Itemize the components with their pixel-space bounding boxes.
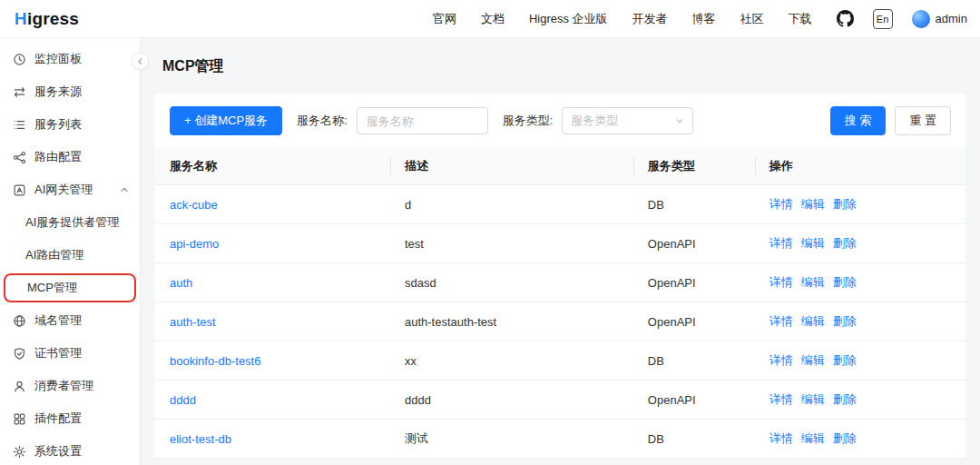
topnav-link[interactable]: 官网 bbox=[433, 11, 456, 27]
table-row: api-demo test OpenAPI 详情编辑删除 bbox=[155, 224, 965, 263]
service-name-link[interactable]: bookinfo-db-test6 bbox=[170, 354, 260, 368]
table-row: eliot-test-db 测试 DB 详情编辑删除 bbox=[155, 420, 965, 459]
row-actions: 详情编辑删除 bbox=[755, 185, 965, 224]
service-name-link[interactable]: dddd bbox=[170, 393, 196, 407]
sidebar-collapse-button[interactable] bbox=[132, 53, 149, 70]
service-name-input[interactable] bbox=[357, 107, 488, 134]
row-action-delete-link[interactable]: 删除 bbox=[833, 197, 857, 211]
service-name-label: 服务名称: bbox=[297, 113, 348, 129]
mcp-service-table: 服务名称描述服务类型操作 ack-cube d DB 详情编辑删除 api-de… bbox=[155, 148, 965, 459]
row-actions: 详情编辑删除 bbox=[755, 302, 965, 341]
github-icon[interactable] bbox=[837, 10, 854, 27]
sidebar-item-settings[interactable]: 系统设置 bbox=[0, 435, 140, 465]
topnav-link[interactable]: 下载 bbox=[789, 11, 812, 27]
sidebar-item-service-source[interactable]: 服务来源 bbox=[0, 75, 140, 108]
row-action-detail-link[interactable]: 详情 bbox=[769, 236, 793, 250]
sidebar-item-service-list[interactable]: 服务列表 bbox=[0, 108, 140, 141]
language-toggle[interactable]: En bbox=[873, 9, 893, 29]
topnav-link[interactable]: 开发者 bbox=[632, 11, 668, 27]
row-action-delete-link[interactable]: 删除 bbox=[833, 392, 857, 406]
row-action-edit-link[interactable]: 编辑 bbox=[801, 197, 825, 211]
row-action-detail-link[interactable]: 详情 bbox=[769, 275, 793, 289]
table-column-header: 操作 bbox=[755, 148, 965, 185]
create-mcp-button[interactable]: + 创建MCP服务 bbox=[170, 106, 282, 135]
row-action-delete-link[interactable]: 删除 bbox=[833, 353, 857, 367]
consumer-icon bbox=[13, 380, 26, 393]
service-type: DB bbox=[633, 185, 755, 224]
table-row: auth sdasd OpenAPI 详情编辑删除 bbox=[155, 263, 965, 302]
table-row: auth-test auth-testauth-test OpenAPI 详情编… bbox=[155, 302, 965, 341]
row-action-detail-link[interactable]: 详情 bbox=[769, 353, 793, 367]
sidebar-item-domain[interactable]: 域名管理 bbox=[0, 304, 140, 337]
dashboard-icon bbox=[13, 53, 26, 66]
app-layout: 监控面板 服务来源 服务列表 路由配置 AI网关管理 AI服务提供者管理 AI路… bbox=[0, 38, 980, 465]
search-button[interactable]: 搜 索 bbox=[830, 106, 887, 135]
reset-button[interactable]: 重 置 bbox=[895, 106, 951, 135]
sidebar-item-dashboard[interactable]: 监控面板 bbox=[0, 43, 140, 75]
table-header-row: 服务名称描述服务类型操作 bbox=[155, 148, 965, 185]
row-action-delete-link[interactable]: 删除 bbox=[833, 275, 857, 289]
service-name-link[interactable]: auth-test bbox=[170, 315, 216, 329]
sidebar-item-ai-gateway[interactable]: AI网关管理 bbox=[0, 173, 140, 206]
row-action-detail-link[interactable]: 详情 bbox=[769, 197, 793, 211]
service-description: xx bbox=[390, 341, 633, 381]
row-action-delete-link[interactable]: 删除 bbox=[833, 431, 857, 445]
service-description: auth-testauth-test bbox=[390, 302, 633, 341]
topnav-links: 官网文档Higress 企业版开发者博客社区下载 bbox=[433, 11, 812, 27]
sidebar-subitem-label: MCP管理 bbox=[27, 280, 77, 296]
chevron-up-icon bbox=[120, 185, 129, 194]
service-type-select[interactable]: 服务类型 bbox=[562, 107, 693, 134]
topnav-link[interactable]: Higress 企业版 bbox=[529, 11, 608, 27]
topnav-link[interactable]: 文档 bbox=[481, 11, 505, 27]
row-action-detail-link[interactable]: 详情 bbox=[769, 392, 793, 406]
row-action-edit-link[interactable]: 编辑 bbox=[801, 236, 825, 250]
service-name-link[interactable]: api-demo bbox=[170, 237, 219, 251]
main-content: MCP管理 + 创建MCP服务 服务名称: 服务类型: 服务类型 搜 索 重 置… bbox=[141, 38, 980, 465]
table-body: ack-cube d DB 详情编辑删除 api-demo test OpenA… bbox=[155, 185, 965, 459]
service-type: OpenAPI bbox=[633, 263, 755, 302]
cert-icon bbox=[13, 347, 26, 361]
row-action-delete-link[interactable]: 删除 bbox=[833, 314, 857, 328]
user-menu[interactable]: admin bbox=[912, 10, 967, 28]
route-icon bbox=[13, 151, 26, 164]
sidebar-item-route-config[interactable]: 路由配置 bbox=[0, 141, 140, 173]
service-type: OpenAPI bbox=[633, 381, 755, 420]
row-action-edit-link[interactable]: 编辑 bbox=[801, 353, 825, 367]
content-card: + 创建MCP服务 服务名称: 服务类型: 服务类型 搜 索 重 置 服务名称描… bbox=[155, 94, 965, 459]
sidebar-item-cert[interactable]: 证书管理 bbox=[0, 337, 140, 370]
row-action-edit-link[interactable]: 编辑 bbox=[801, 431, 825, 445]
sidebar-subitem-ai-provider[interactable]: AI服务提供者管理 bbox=[0, 206, 140, 239]
sidebar-subitem-ai-route[interactable]: AI路由管理 bbox=[0, 239, 140, 272]
row-action-edit-link[interactable]: 编辑 bbox=[801, 392, 825, 406]
row-action-edit-link[interactable]: 编辑 bbox=[801, 275, 825, 289]
avatar[interactable] bbox=[912, 10, 930, 28]
row-action-detail-link[interactable]: 详情 bbox=[769, 431, 793, 445]
row-action-edit-link[interactable]: 编辑 bbox=[801, 314, 825, 328]
service-description: sdasd bbox=[390, 263, 633, 302]
row-action-delete-link[interactable]: 删除 bbox=[833, 236, 857, 250]
sidebar-item-plugin[interactable]: 插件配置 bbox=[0, 402, 140, 435]
service-type: DB bbox=[633, 341, 755, 381]
table-column-header: 描述 bbox=[390, 148, 633, 185]
service-name-link[interactable]: eliot-test-db bbox=[170, 432, 231, 446]
sidebar-item-consumer[interactable]: 消费者管理 bbox=[0, 370, 140, 402]
service-type: OpenAPI bbox=[633, 302, 755, 341]
row-action-detail-link[interactable]: 详情 bbox=[769, 314, 793, 328]
topnav-link[interactable]: 社区 bbox=[740, 11, 764, 27]
service-type-placeholder: 服务类型 bbox=[571, 113, 618, 129]
sidebar-item-label: 消费者管理 bbox=[34, 378, 93, 394]
logo-text: igress bbox=[27, 9, 79, 28]
service-name-link[interactable]: auth bbox=[170, 276, 192, 290]
service-name-link[interactable]: ack-cube bbox=[170, 198, 218, 212]
sidebar-subitem-mcp[interactable]: MCP管理 bbox=[4, 273, 136, 302]
higress-logo[interactable]: Higress bbox=[15, 9, 79, 29]
sidebar-item-label: AI网关管理 bbox=[34, 182, 93, 198]
list-icon bbox=[13, 118, 26, 132]
row-actions: 详情编辑删除 bbox=[755, 420, 965, 459]
topnav-link[interactable]: 博客 bbox=[692, 11, 716, 27]
sidebar-item-label: 监控面板 bbox=[34, 51, 82, 67]
table-row: dddd dddd OpenAPI 详情编辑删除 bbox=[155, 381, 965, 420]
service-type: DB bbox=[633, 420, 755, 459]
sidebar-item-label: 系统设置 bbox=[34, 443, 82, 460]
toolbar: + 创建MCP服务 服务名称: 服务类型: 服务类型 搜 索 重 置 bbox=[155, 94, 965, 148]
